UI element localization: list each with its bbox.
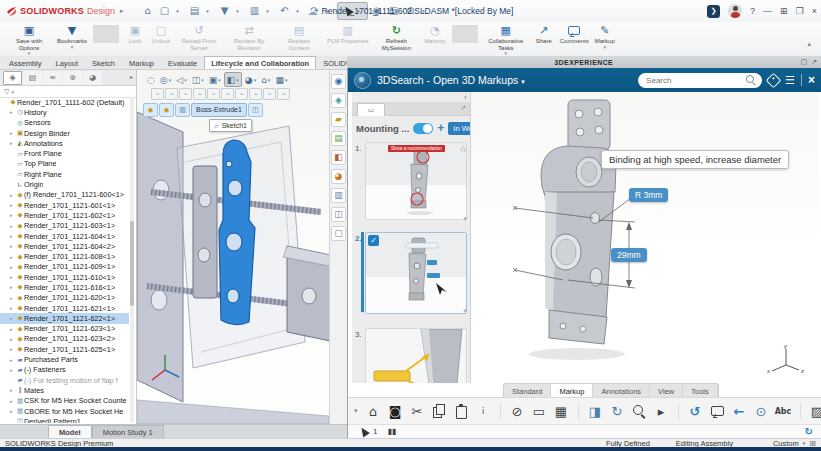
close-button[interactable]: × xyxy=(812,6,817,16)
assembly-viewport[interactable]: ◌ ▾ ◎ ▾ ◁ ▾ ◫ ▾ ▣ xyxy=(137,70,329,424)
markup-tool-button[interactable]: ← xyxy=(731,403,748,420)
3dexperience-launcher-icon[interactable]: ❯ xyxy=(707,5,720,18)
tree-item[interactable]: ▸ ◫ DerivedLPattern1 xyxy=(0,416,129,423)
command-tab[interactable]: Layout xyxy=(49,56,86,69)
markup-item-3[interactable]: 3. xyxy=(352,328,471,383)
add-markup-button[interactable]: + xyxy=(437,123,444,133)
panel-close-icon[interactable]: × xyxy=(808,73,815,87)
sketch-tool-icon[interactable]: ⌁ xyxy=(263,88,276,100)
tree-item[interactable]: ▸ ◆ Render_1701_1121-604<2> xyxy=(0,241,129,251)
markup-tool-button[interactable]: ▸ xyxy=(653,403,670,420)
tree-item[interactable]: ▸ ◆ Render_1701_1121-622<1> xyxy=(0,313,129,323)
sketch-tool-icon[interactable]: ⌁ xyxy=(221,88,234,100)
sketch-tool-icon[interactable]: ⌁ xyxy=(235,88,248,100)
markup-thumbnail[interactable] xyxy=(365,328,467,383)
task-pane-tab-icon[interactable]: ▤ xyxy=(331,131,346,146)
view-tool-button[interactable]: ⌂ ▾ xyxy=(259,73,272,86)
markup-tool-button[interactable]: ⊙ xyxy=(753,403,770,420)
tree-item[interactable]: ▸ ◆ Render_1701_1121-620<1> xyxy=(0,293,129,303)
tree-item[interactable]: ▸ ◆ Render_1701_1121-623<2> xyxy=(0,334,129,344)
markup-thumbnail[interactable] xyxy=(365,232,467,314)
view-tool-button[interactable]: ◎ ▾ xyxy=(158,73,173,86)
markup-tool-button[interactable] xyxy=(709,403,726,420)
menu-expand-icon[interactable]: ▸ xyxy=(120,7,124,15)
quick-access-button[interactable]: ⌂ ▾ xyxy=(140,3,156,19)
markup-tool-button[interactable]: i xyxy=(475,403,492,420)
markup-tool-button[interactable]: ✂ xyxy=(409,403,426,420)
quick-access-button[interactable]: ↶ ▾ xyxy=(277,3,306,19)
tree-item[interactable]: ▸ ▰ (-) Fasteners xyxy=(0,365,129,375)
ribbon-button[interactable]: ↻ Refresh MySession ▾ xyxy=(371,22,421,56)
breadcrumb-part-icon[interactable]: ◆ xyxy=(159,103,174,117)
feature-panel-tab[interactable]: ◈ xyxy=(3,71,22,85)
help-button[interactable]: ? xyxy=(750,6,755,16)
tree-item[interactable]: ▸ ∥ Mates xyxy=(0,385,129,395)
view-tool-button[interactable]: ◁ ▾ xyxy=(174,73,188,86)
command-tab[interactable]: Sketch xyxy=(85,56,122,69)
task-pane-tab-icon[interactable]: ◧ xyxy=(331,150,346,165)
tree-item[interactable]: ▸ ▱ Top Plane xyxy=(0,159,129,169)
search-box[interactable] xyxy=(638,73,762,88)
sketch-tool-icon[interactable]: ⌁ xyxy=(151,88,164,100)
tree-item[interactable]: ▸ ◆ Render_1701_1121-616<1> xyxy=(0,282,129,292)
task-pane-tab-icon[interactable]: ▥ xyxy=(331,188,346,203)
markup-tool-button[interactable]: ◙ xyxy=(387,403,404,420)
ribbon-button[interactable]: ▢ Unlock ▾ xyxy=(148,22,174,56)
view-tool-button[interactable]: ▦ ▾ xyxy=(273,73,289,86)
sketch-flyout[interactable]: ▱ Sketch1 xyxy=(209,119,252,132)
chevron-down-icon[interactable]: ▾ xyxy=(803,440,806,446)
markup-tool-button[interactable] xyxy=(453,403,470,420)
toolbar-collapse-icon[interactable]: ▾ xyxy=(354,407,358,415)
tree-item[interactable]: ▸ ◆ Render_1701_1121-603<1> xyxy=(0,221,129,231)
markup-tool-button[interactable] xyxy=(631,403,648,420)
star-icon[interactable]: ☆ xyxy=(459,144,467,154)
ribbon-button[interactable]: Comments ▾ xyxy=(557,22,592,56)
sketch-tool-icon[interactable]: ⌁ xyxy=(193,88,206,100)
view-tool-button[interactable]: ◌ ▾ xyxy=(145,73,157,86)
breadcrumb-sketch-icon[interactable]: ◫ xyxy=(248,103,263,117)
tree-item[interactable]: ▸ ▰ (-) For testing motion of flap f xyxy=(0,375,129,385)
tree-item[interactable]: ▸ ◆ Render_1701_1121-623<1> xyxy=(0,324,129,334)
tree-item[interactable]: ▸ ◆ Render_1701_1121-602<1> xyxy=(0,210,129,220)
sketch-tool-icon[interactable]: ⌁ xyxy=(249,88,262,100)
tree-item[interactable]: ▸ ▰ Purchased Parts xyxy=(0,354,129,364)
ribbon-button[interactable]: ▣ Save with Options ▾ xyxy=(4,22,54,56)
quick-access-button[interactable]: ▢ ▾ xyxy=(157,3,186,19)
tree-item[interactable]: ▸ ◆ (f) Render_1701_1121-600<1> xyxy=(0,190,129,200)
tree-item[interactable]: ▸ ◷ History xyxy=(0,107,129,117)
markup-note-badge[interactable]: Show a recommendation xyxy=(388,145,445,152)
markup-tool-button[interactable]: ▭ xyxy=(531,403,548,420)
feature-panel-tab[interactable]: ▤ xyxy=(23,71,42,85)
quick-access-button[interactable]: ▼ ▾ xyxy=(217,3,246,19)
flip-icon[interactable]: ▾ xyxy=(463,307,467,315)
hamburger-menu-icon[interactable]: ☰ xyxy=(785,74,795,87)
breadcrumb-feature[interactable]: Boss-Extrude1 xyxy=(191,103,247,117)
feature-panel-tab[interactable]: ≡ xyxy=(43,71,62,85)
task-pane-tab-icon[interactable]: ◫ xyxy=(331,207,346,222)
panel-tabs-overflow-icon[interactable]: ▸ xyxy=(130,73,133,80)
restore-button[interactable]: ❐ xyxy=(796,6,804,16)
task-pane-tab-icon[interactable]: ◈ xyxy=(331,93,346,108)
command-tab[interactable]: Markup xyxy=(122,56,161,69)
ribbon-button[interactable]: ↗ Share ▾ xyxy=(531,22,557,56)
tree-item[interactable]: ▸ ▱ Right Plane xyxy=(0,169,129,179)
markup-set-title[interactable]: Mounting ... xyxy=(356,123,409,134)
ribbon-collapse-icon[interactable]: ▴ xyxy=(807,40,811,48)
radius-dimension-label[interactable]: R 3mm xyxy=(629,188,668,202)
tree-item[interactable]: ▸ ◆ Render_1701_1121-621<1> xyxy=(0,303,129,313)
markup-item-1[interactable]: 1. Show xyxy=(352,142,471,224)
view-tool-button[interactable]: ▣ ▾ xyxy=(207,73,223,86)
tree-item[interactable]: ▸ ▥ CSK for M5 Hex Socket Counte xyxy=(0,396,129,406)
search-input[interactable] xyxy=(644,75,742,86)
markup-tool-button[interactable]: ↺ xyxy=(687,403,704,420)
feature-panel-tab[interactable]: ◕ xyxy=(83,71,102,85)
view-tool-button[interactable]: ◫ ▾ xyxy=(190,73,206,86)
tree-item[interactable]: ▸ ◆ Render_1701_1121-625<1> xyxy=(0,344,129,354)
slides-tab[interactable]: ▭ xyxy=(357,103,385,116)
breadcrumb-body-icon[interactable]: ▥ xyxy=(175,103,190,117)
tree-item[interactable]: ▸ ∟ Origin xyxy=(0,179,129,189)
tree-item[interactable]: ▸ ▱ Front Plane xyxy=(0,148,129,158)
markup-comment-annotation[interactable]: Binding at high speed, increase diameter xyxy=(601,150,789,169)
height-dimension-label[interactable]: 29mm xyxy=(611,248,647,262)
feature-panel-tab[interactable]: ⊕ xyxy=(63,71,82,85)
